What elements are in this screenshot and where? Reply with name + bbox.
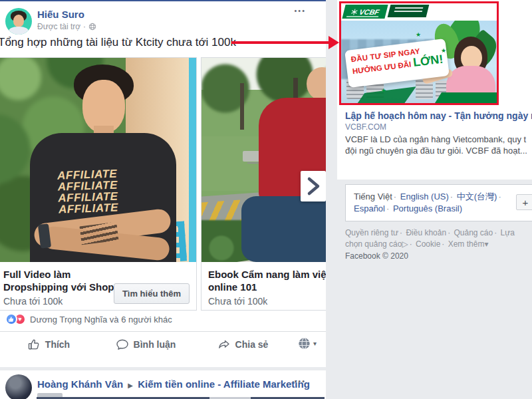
story-arrow-icon: ▶ — [126, 382, 135, 389]
sidebar-ad-domain[interactable]: VCBF.COM — [345, 122, 532, 132]
facebook-footer: Quyền riêng tư· Điều khoản· Quảng cáo· L… — [345, 227, 529, 262]
heart-glyph: ♥ — [18, 317, 21, 323]
carousel-card-1[interactable]: AFFILIATE AFFILIATE AFFILIATE AFFILIATE … — [0, 57, 197, 311]
ad-headline-emphasis: LỚN! — [412, 53, 444, 69]
tree-trunk-shape — [240, 83, 244, 130]
learn-more-button[interactable]: Tìm hiểu thêm — [114, 283, 190, 304]
adchoices-icon: ▷ — [402, 239, 408, 249]
sidebar-ad-description: VCBF là LD của ngân hàng Vietcombank, qu… — [345, 134, 532, 156]
footer-copyright: Facebook © 2020 — [345, 251, 529, 262]
next-post-author-link[interactable]: Hoàng Khánh Vân — [37, 378, 123, 390]
comment-button[interactable]: Bình luận — [97, 332, 194, 357]
sponsored-label-row: Được tài trợ · — [37, 22, 96, 31]
comment-icon — [116, 338, 129, 351]
star-shape: ★ — [441, 47, 446, 54]
separator-dot: · — [440, 239, 446, 249]
language-option[interactable]: Português (Brasil) — [393, 203, 462, 213]
next-post: Hoàng Khánh Vân ▶ Kiếm tiền online - Aff… — [0, 370, 326, 399]
vcbf-logo-text: VCBF — [358, 8, 380, 16]
avatar[interactable] — [5, 8, 32, 35]
carousel-card-2-price: Chưa tới 100k — [208, 296, 326, 307]
star-shape: ★ — [381, 87, 386, 94]
avatar-face-shape — [13, 15, 24, 27]
separator-dot: · — [493, 228, 498, 237]
separator-dot: · — [385, 203, 390, 213]
footer-link-see-more[interactable]: Xem thêm — [448, 239, 485, 249]
reaction-summary-row: ♥ Dương Trọng Nghĩa và 6 người khác — [5, 313, 172, 325]
carousel-card-1-footer: Full Video làm Dropshipping với Shopee C… — [0, 262, 196, 310]
language-selector-card: Tiếng Việt· English (US)· 中文(台灣)· Españo… — [345, 184, 532, 221]
carousel-card-2-title[interactable]: Ebook Cẩm nang làm việc online 101 — [208, 268, 326, 293]
jeans-shape — [241, 196, 326, 262]
footer-link-cookies[interactable]: Cookie — [416, 239, 440, 249]
plus-icon: + — [523, 197, 529, 208]
chevron-right-icon — [305, 176, 321, 197]
language-option[interactable]: English (US) — [400, 192, 449, 201]
separator-dot: · — [392, 192, 398, 201]
ad-logo-strip: VCBF — [341, 3, 497, 21]
separator-dot: · — [398, 228, 404, 237]
facebook-page: Hiếu Suro Được tài trợ · ••• Tổng hợp nh… — [0, 0, 532, 399]
caret-down-icon: ▾ — [484, 239, 488, 249]
add-language-button[interactable]: + — [516, 194, 532, 210]
separator-dot: · — [446, 228, 452, 237]
footer-link-advertising[interactable]: Quảng cáo — [454, 228, 493, 237]
footer-link-privacy[interactable]: Quyền riêng tư — [345, 228, 398, 237]
carousel-photo-1[interactable]: AFFILIATE AFFILIATE AFFILIATE AFFILIATE — [0, 58, 196, 262]
hotline-banner-stub — [388, 5, 430, 17]
like-reaction-icon — [5, 313, 17, 325]
green-ribbon-shape — [435, 92, 497, 103]
carousel-photo-2[interactable] — [201, 58, 326, 262]
audience-globe-icon — [298, 337, 311, 350]
carousel-card-1-title[interactable]: Full Video làm Dropshipping với Shopee — [3, 268, 130, 293]
reaction-summary-text[interactable]: Dương Trọng Nghĩa và 6 người khác — [30, 315, 172, 325]
language-list: Tiếng Việt· English (US)· 中文(台灣)· Españo… — [354, 191, 515, 215]
globe-icon — [88, 23, 96, 31]
footer-link-terms[interactable]: Điều khoản — [406, 228, 446, 237]
ad-description-line: đội ngũ chuyên gia đầu tư giỏi. VCBF đã … — [345, 145, 532, 156]
comment-button-label: Bình luận — [134, 339, 176, 350]
next-post-title: Hoàng Khánh Vân ▶ Kiếm tiền online - Aff… — [37, 378, 310, 390]
ad-headline-line-2-text: HƯỞNG ƯU ĐÃI — [352, 60, 412, 75]
separator-dot: · — [408, 239, 414, 249]
red-annotation-arrow-line — [231, 41, 329, 44]
share-button[interactable]: Chia sẻ — [194, 332, 291, 357]
sidebar-ad-title[interactable]: Lập hế hoạch hôm nay - Tận hưởng ngày m — [345, 110, 532, 121]
news-feed-column: Hiếu Suro Được tài trợ · ••• Tổng hợp nh… — [0, 0, 326, 399]
ad-scene: ĐẦU TƯ SIP NGAY HƯỞNG ƯU ĐÃI LỚN! ★ ★ ★ — [341, 21, 497, 103]
carousel-next-button[interactable] — [301, 171, 326, 201]
separator-dot: · — [497, 192, 502, 201]
tshirt-print-text: AFFILIATE AFFILIATE AFFILIATE AFFILIATE — [57, 166, 158, 215]
sponsored-label: Được tài trợ — [37, 22, 80, 31]
ad-description-line: VCBF là LD của ngân hàng Vietcombank, qu… — [345, 134, 532, 145]
sidebar-ad-image[interactable]: VCBF ĐẦU TƯ SIP NGAY — [341, 3, 497, 103]
thumbs-up-icon — [27, 338, 41, 351]
post-author-link[interactable]: Hiếu Suro — [37, 9, 84, 20]
caret-down-icon: ▾ — [313, 340, 317, 347]
carousel-card-2-footer: Ebook Cẩm nang làm việc online 101 Chưa … — [201, 262, 326, 310]
avatar-shirt-shape — [9, 27, 29, 35]
separator-dot: · — [83, 22, 86, 31]
snowflake-icon — [350, 9, 358, 15]
like-button[interactable]: Thích — [0, 332, 97, 357]
like-button-label: Thích — [45, 339, 70, 350]
blue-wall-edge-shape — [189, 58, 196, 262]
share-button-label: Chia sẻ — [235, 339, 269, 350]
avatar[interactable] — [5, 374, 32, 399]
post-action-bar: Thích Bình luận Ch — [0, 332, 291, 357]
language-option[interactable]: 中文(台灣) — [457, 192, 497, 201]
red-annotation-arrow-head — [329, 36, 339, 49]
next-post-group-link[interactable]: Kiếm tiền online - Affiliate Marketing — [138, 378, 310, 390]
star-shape: ★ — [416, 31, 421, 38]
vcbf-tagline-stub — [346, 16, 378, 17]
separator-dot: · — [449, 192, 454, 201]
current-language: Tiếng Việt — [354, 192, 392, 201]
post-options-button[interactable]: ••• — [294, 7, 306, 15]
share-icon — [217, 338, 231, 351]
sponsored-post: Hiếu Suro Được tài trợ · ••• Tổng hợp nh… — [0, 1, 326, 367]
post-options-button[interactable]: ••• — [294, 377, 306, 385]
right-sidebar: VCBF ĐẦU TƯ SIP NGAY — [337, 0, 532, 399]
language-option[interactable]: Español — [354, 203, 385, 213]
audience-selector[interactable]: ▾ — [298, 337, 317, 350]
man-face-shape — [82, 80, 125, 133]
